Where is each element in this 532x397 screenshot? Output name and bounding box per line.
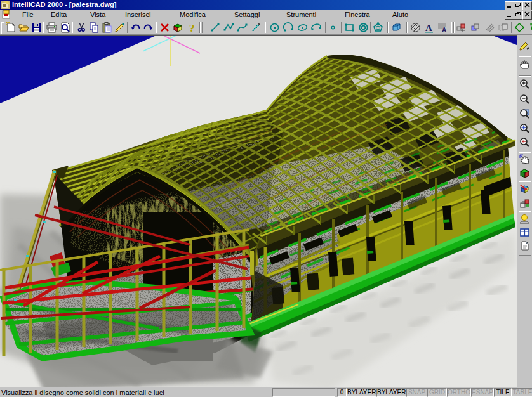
svg-text:?: ? [189,22,195,34]
svg-text:A: A [442,27,446,34]
svg-text:A: A [425,23,432,33]
